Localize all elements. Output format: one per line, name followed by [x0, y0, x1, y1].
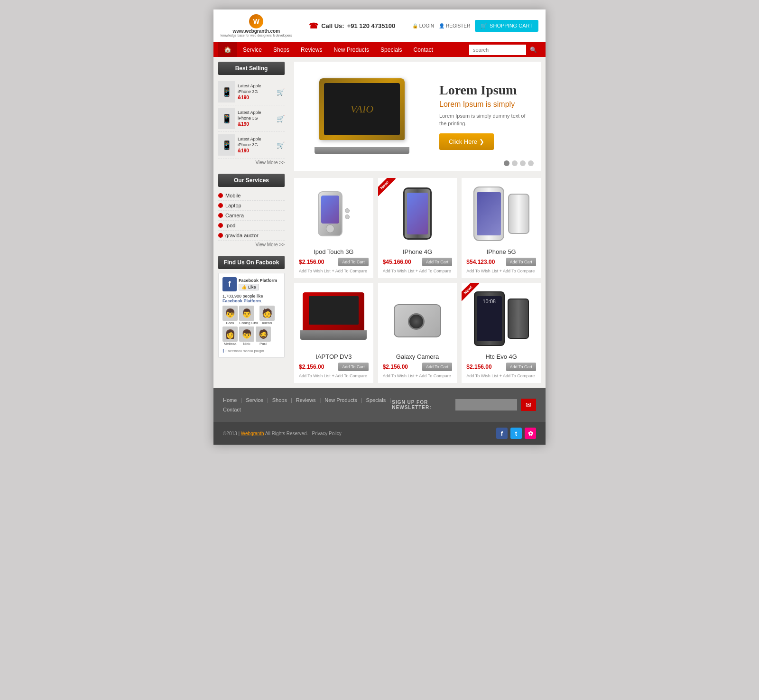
site-container: W www.webgranth.com knowledge base for w… — [213, 9, 546, 445]
product-name-small: Latest Apple iPhone 3G — [238, 84, 274, 94]
nav-item-shops[interactable]: Shops — [268, 43, 295, 57]
main-content: Best Selling 📱 Latest Apple iPhone 3G &1… — [213, 57, 546, 388]
nav-home-button[interactable]: 🏠 — [218, 42, 237, 57]
footer-link-reviews[interactable]: Reviews — [296, 397, 316, 403]
footer-link-shops[interactable]: Shops — [272, 397, 287, 403]
product-links: Add To Wish List + Add To Compare — [383, 373, 453, 378]
facebook-avatars: 👦 Bara 👨 Chang Chil 🧑 Alican — [222, 306, 280, 346]
add-to-cart-button[interactable]: Add To Cart — [506, 363, 536, 371]
list-item[interactable]: Mobile — [218, 191, 285, 201]
wishlist-link[interactable]: Add To Wish List — [466, 373, 498, 378]
view-more-link[interactable]: View More >> — [218, 159, 285, 167]
product-price-small: &190 — [238, 121, 274, 127]
add-to-cart-button[interactable]: Add To Cart — [506, 258, 536, 266]
laptop-base — [300, 330, 367, 340]
nav-item-contact[interactable]: Contact — [407, 43, 438, 57]
webgranth-link[interactable]: Webgranth — [241, 431, 264, 436]
add-to-cart-button[interactable]: Add To Cart — [338, 363, 368, 371]
footer-main: Home | Service | Shops | Reviews | New P… — [213, 388, 546, 422]
register-link[interactable]: 👤 REGISTER — [439, 23, 470, 28]
compare-link[interactable]: + Add To Compare — [332, 269, 367, 273]
product-name: Ipod Touch 3G — [299, 248, 369, 255]
search-input[interactable] — [469, 45, 526, 55]
login-label: LOGIN — [419, 23, 434, 28]
facebook-like-button[interactable]: 👍 Like — [239, 284, 259, 290]
footer-link-new-products[interactable]: New Products — [324, 397, 357, 403]
main-area: VAIO Lorem Ipsum Lorem Ipsum is simply L… — [289, 57, 546, 388]
wishlist-link[interactable]: Add To Wish List — [299, 373, 331, 378]
list-item[interactable]: gravida auctor — [218, 231, 285, 241]
product-image-area — [466, 183, 536, 244]
compare-link[interactable]: + Add To Compare — [500, 269, 535, 273]
product-card-camera: Galaxy Camera $2.156.00 Add To Cart Add … — [378, 283, 457, 383]
product-thumbnail: 📱 — [218, 81, 235, 103]
newsletter-submit-button[interactable]: ✉ — [521, 399, 536, 411]
product-image-area — [299, 183, 369, 244]
slider-description: Lorem Ipsum is simply dummy text of the … — [439, 112, 531, 127]
earbuds — [345, 208, 350, 219]
compare-link[interactable]: + Add To Compare — [416, 373, 451, 378]
compare-link[interactable]: + Add To Compare — [500, 373, 535, 378]
footer-link-contact[interactable]: Contact — [223, 407, 241, 412]
twitter-social-icon[interactable]: t — [510, 428, 522, 439]
search-button[interactable]: 🔍 — [526, 45, 541, 55]
camera-illustration — [389, 295, 446, 342]
iphone5-small — [508, 194, 529, 234]
product-card-ipod: Ipod Touch 3G $2.156.00 Add To Cart Add … — [294, 178, 373, 278]
product-links: Add To Wish List + Add To Compare — [466, 269, 536, 273]
facebook-social-icon[interactable]: f — [496, 428, 508, 439]
product-price: $2.156.00 — [299, 364, 324, 370]
footer-link-service[interactable]: Service — [246, 397, 263, 403]
wishlist-link[interactable]: Add To Wish List — [383, 269, 415, 273]
wishlist-link[interactable]: Add To Wish List — [299, 269, 331, 273]
flickr-social-icon[interactable]: ✿ — [525, 428, 536, 439]
compare-link[interactable]: + Add To Compare — [332, 373, 367, 378]
newsletter-input[interactable] — [455, 399, 517, 411]
slider-dot-3[interactable] — [520, 160, 526, 166]
slider-cta-button[interactable]: Click Here ❯ — [439, 133, 494, 150]
add-to-cart-button[interactable]: Add To Cart — [422, 258, 452, 266]
product-price-row: $45.166.00 Add To Cart — [383, 258, 453, 266]
avatar: 🧔 — [256, 327, 271, 342]
footer-link-home[interactable]: Home — [223, 397, 237, 403]
mini-cart-icon[interactable]: 🛒 — [277, 141, 285, 149]
nav-item-service[interactable]: Service — [237, 43, 268, 57]
product-price-small: &190 — [238, 148, 274, 153]
facebook-user-alican: 🧑 Alican — [259, 306, 275, 325]
facebook-platform-name: Facebook Platform — [239, 278, 277, 283]
list-item[interactable]: Ipod — [218, 221, 285, 231]
slider-dot-4[interactable] — [528, 160, 534, 166]
avatar: 🧑 — [259, 306, 275, 321]
slider-dot-1[interactable] — [504, 160, 509, 166]
wishlist-link[interactable]: Add To Wish List — [383, 373, 415, 378]
product-links: Add To Wish List + Add To Compare — [466, 373, 536, 378]
add-to-cart-button[interactable]: Add To Cart — [422, 363, 452, 371]
laptop-screen — [309, 296, 359, 325]
login-link[interactable]: 🔒 LOGIN — [412, 23, 434, 28]
add-to-cart-button[interactable]: Add To Cart — [338, 258, 368, 266]
facebook-small-icon: f — [222, 348, 224, 354]
nav-item-new-products[interactable]: New Products — [328, 43, 375, 57]
compare-link[interactable]: + Add To Compare — [416, 269, 451, 273]
footer-links: Home | Service | Shops | Reviews | New P… — [223, 397, 392, 412]
list-item: 📱 Latest Apple iPhone 3G &190 🛒 — [218, 79, 285, 105]
cart-button[interactable]: 🛒 SHOPPING CART — [475, 20, 538, 32]
slider-title: Lorem Ipsum — [439, 83, 531, 98]
slider-dot-2[interactable] — [512, 160, 518, 166]
avatar: 👩 — [222, 327, 238, 342]
slider-subtitle: Lorem Ipsum is simply — [439, 100, 531, 109]
mini-cart-icon[interactable]: 🛒 — [277, 88, 285, 96]
services-view-more-link[interactable]: View More >> — [218, 241, 285, 249]
wishlist-link[interactable]: Add To Wish List — [466, 269, 498, 273]
mini-cart-icon[interactable]: 🛒 — [277, 115, 285, 122]
list-item[interactable]: Laptop — [218, 201, 285, 211]
footer-link-specials[interactable]: Specials — [366, 397, 386, 403]
list-item[interactable]: Camera — [218, 211, 285, 221]
laptop-screen: VAIO — [324, 83, 400, 135]
footer-copyright: ©2013 | Webgranth All Rights Reserved. |… — [223, 431, 342, 436]
product-name-small: Latest Apple iPhone 3G — [238, 110, 274, 121]
product-price: $2.156.00 — [299, 259, 324, 265]
facebook-logo: f — [222, 277, 237, 291]
nav-item-reviews[interactable]: Reviews — [295, 43, 328, 57]
nav-item-specials[interactable]: Specials — [375, 43, 407, 57]
